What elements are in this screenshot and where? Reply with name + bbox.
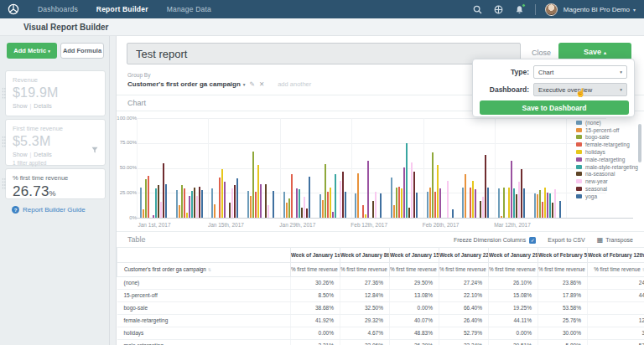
bar bbox=[176, 190, 178, 218]
week-column-header[interactable]: Week of February 5th, 2017 bbox=[538, 248, 588, 262]
page-header: Visual Report Builder bbox=[0, 18, 644, 36]
add-metric-button[interactable]: Add Metric▾ bbox=[7, 43, 57, 59]
show-link[interactable]: Show bbox=[13, 152, 28, 157]
cell-value: 25.76% bbox=[538, 314, 588, 327]
apps-globe-icon[interactable] bbox=[494, 5, 503, 14]
bar bbox=[534, 193, 536, 218]
cell-value: 8.50% bbox=[291, 289, 340, 301]
show-link[interactable]: Show bbox=[13, 103, 28, 109]
week-column-header[interactable]: Week of January 1st, 2017 bbox=[291, 248, 340, 262]
x-axis-tick: Mar 12th, 2017 bbox=[483, 222, 542, 228]
legend-item[interactable]: male-retargeting bbox=[576, 156, 638, 163]
bar bbox=[221, 169, 223, 218]
transpose-link[interactable]: Transpose bbox=[605, 237, 633, 243]
legend-item[interactable]: female-retargeting bbox=[576, 141, 638, 148]
legend-item[interactable]: yoga bbox=[576, 193, 638, 200]
user-avatar[interactable] bbox=[545, 3, 558, 16]
sort-icon[interactable]: ⇅ bbox=[208, 267, 211, 272]
magento-bi-logo-icon[interactable] bbox=[8, 3, 19, 15]
remove-x-icon[interactable]: ✕ bbox=[259, 80, 264, 88]
x-axis-tick: Jan 29th, 2017 bbox=[268, 222, 327, 228]
nav-item-report-builder[interactable]: Report Builder bbox=[96, 5, 148, 13]
add-another-link[interactable]: add another bbox=[278, 80, 311, 88]
bar bbox=[165, 184, 167, 218]
nav-divider bbox=[535, 4, 536, 15]
report-title-input[interactable] bbox=[127, 43, 521, 64]
dimension-column-header[interactable]: Customer's first order ga campaign⇅ bbox=[117, 262, 291, 276]
export-csv-link[interactable]: Export to CSV bbox=[548, 237, 584, 243]
report-builder-guide-link[interactable]: ? Report Builder Guide bbox=[12, 206, 86, 214]
x-axis-tick: Feb 12th, 2017 bbox=[340, 222, 398, 228]
close-button[interactable]: Close bbox=[532, 49, 551, 57]
vertical-scrollbar[interactable] bbox=[638, 124, 641, 162]
legend-item[interactable]: holidays bbox=[576, 148, 638, 156]
metric-card-first-time-revenue[interactable]: First time revenue $5.3M Show|Details 1 … bbox=[5, 119, 106, 166]
data-table: Week of January 1st, 2017Week of January… bbox=[117, 248, 644, 345]
freeze-columns-label: Freeze Dimension Columns bbox=[454, 237, 526, 243]
metric-column-header[interactable]: % first time revenue⇅ bbox=[390, 262, 439, 276]
add-formula-button[interactable]: Add Formula bbox=[60, 43, 104, 59]
freeze-columns-checkbox[interactable]: ✓ bbox=[529, 237, 536, 244]
search-icon[interactable] bbox=[473, 5, 482, 14]
save-to-dashboard-button[interactable]: Save to Dashboard bbox=[480, 100, 629, 115]
bar bbox=[306, 209, 308, 218]
table-section-header: Table Freeze Dimension Columns ✓ Export … bbox=[117, 231, 644, 248]
nav-item-dashboards[interactable]: Dashboards bbox=[38, 5, 78, 13]
legend-item[interactable]: male-style-retargeting bbox=[576, 163, 638, 171]
details-link[interactable]: Details bbox=[34, 103, 51, 109]
cell-value bbox=[588, 301, 644, 314]
legend-item[interactable]: na-seasonal bbox=[576, 171, 638, 178]
bar bbox=[403, 167, 405, 218]
metric-column-header[interactable]: % first time revenue⇅ bbox=[588, 262, 644, 276]
type-select[interactable]: Chart▾ bbox=[533, 65, 627, 79]
group-by-value[interactable]: Customer's first order ga campaign bbox=[127, 80, 241, 88]
group-by-row: Customer's first order ga campaign ▾ ✎ ✕… bbox=[127, 80, 311, 88]
details-link[interactable]: Details bbox=[34, 152, 51, 157]
metric-column-header[interactable]: % first time revenue⇅ bbox=[439, 262, 489, 276]
nav-item-manage-data[interactable]: Manage Data bbox=[167, 5, 211, 13]
save-button[interactable]: Save▴ bbox=[558, 43, 631, 60]
bar-group bbox=[140, 118, 169, 218]
legend-item[interactable]: (none) bbox=[576, 119, 638, 126]
metric-card-revenue[interactable]: Revenue $19.9M Show|Details bbox=[5, 70, 106, 116]
week-column-header[interactable]: Week of February 12th, 2017 bbox=[588, 248, 644, 262]
bar-group bbox=[176, 118, 205, 218]
notifications-bell-icon[interactable] bbox=[515, 5, 524, 14]
bar bbox=[163, 163, 164, 218]
chevron-down-icon: ▾ bbox=[620, 87, 622, 92]
metric-column-header[interactable]: % first time revenue⇅ bbox=[291, 262, 340, 276]
week-column-header[interactable]: Week of January 8th, 2017 bbox=[340, 248, 390, 262]
bar bbox=[255, 192, 257, 218]
chart-legend: (none)15-percent-offbogo-salefemale-reta… bbox=[576, 119, 638, 200]
week-column-header[interactable]: Week of January 22nd, 2017 bbox=[439, 248, 489, 262]
metric-column-header[interactable]: % first time revenue⇅ bbox=[489, 262, 538, 276]
drag-handle-icon[interactable] bbox=[2, 136, 6, 148]
chevron-down-icon[interactable]: ▾ bbox=[243, 82, 246, 87]
filter-funnel-icon[interactable] bbox=[91, 142, 98, 157]
table-row: female-retargeting41.92%29.32%40.07%26.4… bbox=[117, 314, 644, 327]
row-label: female-retargeting bbox=[117, 314, 291, 327]
cell-value: 17.89% bbox=[538, 289, 588, 301]
legend-label: male-retargeting bbox=[585, 157, 625, 162]
legend-item[interactable]: 15-percent-off bbox=[576, 126, 638, 134]
drag-handle-icon[interactable] bbox=[2, 178, 6, 190]
bar bbox=[265, 184, 267, 218]
legend-item[interactable]: bogo-sale bbox=[576, 134, 638, 142]
chevron-up-icon: ▴ bbox=[604, 50, 606, 55]
metric-column-header[interactable]: % first time revenue⇅ bbox=[340, 262, 390, 276]
bar bbox=[549, 193, 551, 218]
edit-pencil-icon[interactable]: ✎ bbox=[250, 80, 255, 88]
bar bbox=[325, 164, 326, 218]
metric-column-header[interactable]: % first time revenue⇅ bbox=[538, 262, 588, 276]
legend-item[interactable]: seasonal bbox=[576, 185, 638, 193]
drag-handle-icon[interactable] bbox=[2, 87, 6, 100]
metric-card-pct-first-time-revenue[interactable]: % first time revenue 26.73% bbox=[5, 168, 106, 199]
x-axis-tick: Jan 15th, 2017 bbox=[196, 222, 255, 228]
gridline bbox=[566, 118, 567, 218]
user-menu[interactable]: Magento BI Pro Demo bbox=[564, 6, 630, 13]
cell-value: 3 bbox=[588, 327, 644, 339]
week-column-header[interactable]: Week of January 15th, 2017 bbox=[390, 248, 439, 262]
legend-item[interactable]: new-year bbox=[576, 178, 638, 185]
week-column-header[interactable]: Week of January 29th, 2017 bbox=[489, 248, 538, 262]
bar bbox=[231, 188, 233, 218]
